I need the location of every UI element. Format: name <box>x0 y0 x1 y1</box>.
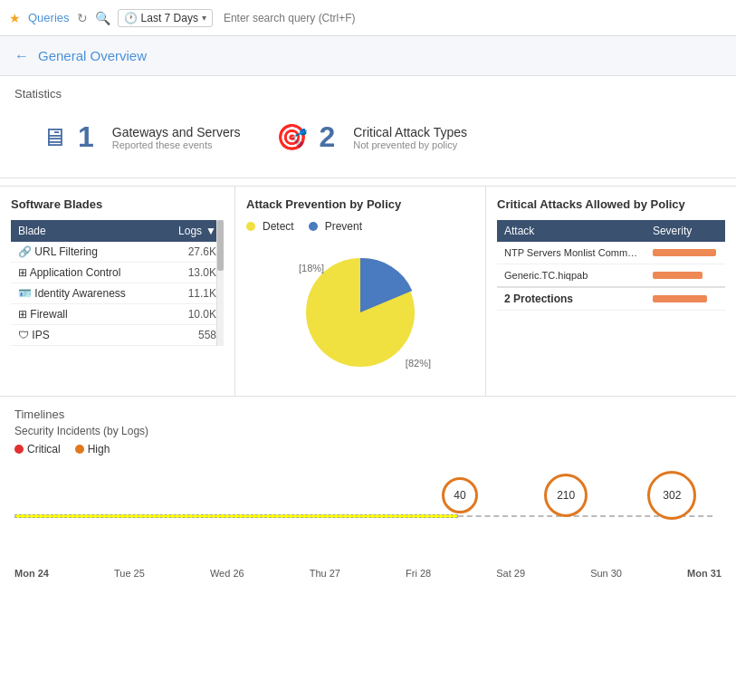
stat-card-gateways: 🖥 1 Gateways and Servers Reported these … <box>42 120 240 154</box>
node-circle: 40 <box>442 477 478 513</box>
blade-logs: 10.0K <box>159 304 224 325</box>
table-row: 🪪 Identity Awareness 11.1K <box>11 283 224 304</box>
gateway-icon: 🖥 <box>42 122 67 152</box>
severity-bar <box>653 249 716 256</box>
blade-name: ⊞ Firewall <box>11 304 159 325</box>
day-label: Thu 27 <box>310 568 340 579</box>
queries-button[interactable]: Queries <box>28 11 70 24</box>
node-circle: 210 <box>544 474 588 517</box>
footer-label: 2 Protections <box>497 287 645 311</box>
scroll-thumb <box>217 220 224 271</box>
timelines-section: Timelines Security Incidents (by Logs) C… <box>0 397 736 590</box>
blade-icon: ⊞ <box>18 266 27 279</box>
pie-label-prevent: [18%] <box>299 263 324 273</box>
blade-icon: 🔗 <box>18 245 32 258</box>
pie-legend: Detect Prevent <box>246 220 474 233</box>
time-label: Last 7 Days <box>141 12 198 24</box>
footer-severity <box>645 287 725 311</box>
critical-attacks-panel: Critical Attacks Allowed by Policy Attac… <box>486 187 736 396</box>
timeline-chart: 40 210 302 <box>14 465 722 564</box>
timeline-node: 40 <box>442 477 478 513</box>
incidents-label: Security Incidents (by Logs) <box>14 425 722 437</box>
attack-name: NTP Servers Monlist Command ... <box>497 242 645 264</box>
panels-row: Software Blades Blade Logs ▼ 🔗 URL Filte… <box>0 186 736 397</box>
statistics-section: Statistics 🖥 1 Gateways and Servers Repo… <box>0 76 736 170</box>
search-input[interactable] <box>220 10 727 26</box>
blade-icon: 🪪 <box>18 287 32 300</box>
stat-text-critical: Critical Attack Types Not prevented by p… <box>353 125 467 150</box>
legend-row: Critical High <box>14 443 722 455</box>
detect-dot <box>246 222 255 231</box>
node-circle: 302 <box>647 471 696 520</box>
stat-subtitle-critical: Not prevented by policy <box>353 139 467 150</box>
detect-label: Detect <box>263 220 294 233</box>
table-row: ⊞ Application Control 13.0K <box>11 263 224 283</box>
attack-prevention-title: Attack Prevention by Policy <box>246 197 474 211</box>
severity-cell <box>645 264 725 288</box>
blade-name: ⊞ Application Control <box>11 263 159 283</box>
time-selector[interactable]: 🕐 Last 7 Days ▾ <box>118 9 213 27</box>
star-icon[interactable]: ★ <box>9 11 21 25</box>
blade-table-container: Blade Logs ▼ 🔗 URL Filtering 27.6K ⊞ App… <box>11 220 224 346</box>
legend-critical: Critical <box>14 443 61 455</box>
divider-1 <box>0 177 736 178</box>
blade-col-header: Blade <box>11 220 159 242</box>
critical-circle <box>14 445 24 454</box>
blade-table: Blade Logs ▼ 🔗 URL Filtering 27.6K ⊞ App… <box>11 220 224 346</box>
day-label: Sun 30 <box>590 568 622 579</box>
severity-bar <box>653 272 703 279</box>
software-blades-title: Software Blades <box>11 197 224 211</box>
stat-text-gateways: Gateways and Servers Reported these even… <box>112 125 241 150</box>
stat-subtitle-gateways: Reported these events <box>112 139 241 150</box>
statistics-label: Statistics <box>14 87 722 101</box>
stat-title-gateways: Gateways and Servers <box>112 125 241 139</box>
search-icon: 🔍 <box>95 11 110 25</box>
blade-logs: 558 <box>159 325 224 346</box>
blade-icon: 🛡 <box>18 329 29 341</box>
day-label: Tue 25 <box>114 568 145 579</box>
severity-col-header: Severity <box>645 220 725 242</box>
blade-logs: 13.0K <box>159 263 224 283</box>
table-row: 🔗 URL Filtering 27.6K <box>11 242 224 263</box>
blade-name: 🛡 IPS <box>11 325 159 346</box>
timelines-label: Timelines <box>14 408 722 421</box>
timeline-yellow-line <box>14 514 458 518</box>
pie-label-detect: [82%] <box>406 358 431 369</box>
chevron-down-icon: ▾ <box>202 13 206 23</box>
severity-cell <box>645 242 725 264</box>
table-row: 2 Protections <box>497 287 725 311</box>
stat-card-critical: 🎯 2 Critical Attack Types Not prevented … <box>276 120 467 154</box>
pie-chart-container: [18%] [82%] <box>288 240 433 385</box>
day-label: Fri 28 <box>406 568 431 579</box>
day-label: Mon 24 <box>14 568 49 579</box>
table-row: Generic.TC.hiqpab <box>497 264 725 288</box>
blade-icon: ⊞ <box>18 308 27 321</box>
blade-logs: 27.6K <box>159 242 224 263</box>
prevent-label: Prevent <box>325 220 362 233</box>
timeline-node: 302 <box>647 471 696 520</box>
scroll-bar[interactable] <box>216 220 224 346</box>
blade-name: 🪪 Identity Awareness <box>11 283 159 304</box>
timeline-node: 210 <box>544 474 588 517</box>
table-row: ⊞ Firewall 10.0K <box>11 304 224 325</box>
statistics-cards: 🖥 1 Gateways and Servers Reported these … <box>14 111 722 163</box>
logs-col-header[interactable]: Logs ▼ <box>159 220 224 242</box>
sort-icon[interactable]: ▼ <box>206 225 216 237</box>
page-header: ← General Overview <box>0 36 736 76</box>
table-row: NTP Servers Monlist Command ... <box>497 242 725 264</box>
stat-number-2: 2 <box>319 120 335 154</box>
table-row: 🛡 IPS 558 <box>11 325 224 346</box>
legend-high: High <box>75 443 110 455</box>
attack-name: Generic.TC.hiqpab <box>497 264 645 288</box>
critical-icon: 🎯 <box>276 122 308 152</box>
day-label: Wed 26 <box>210 568 244 579</box>
page-title: General Overview <box>38 48 147 63</box>
legend-detect: Detect <box>246 220 294 233</box>
clock-icon: 🕐 <box>124 12 138 24</box>
critical-attacks-title: Critical Attacks Allowed by Policy <box>497 197 725 211</box>
day-label: Mon 31 <box>687 568 722 579</box>
blade-name: 🔗 URL Filtering <box>11 242 159 263</box>
attack-prevention-panel: Attack Prevention by Policy Detect Preve… <box>235 187 486 396</box>
back-button[interactable]: ← <box>14 48 29 64</box>
refresh-icon[interactable]: ↻ <box>77 11 88 25</box>
